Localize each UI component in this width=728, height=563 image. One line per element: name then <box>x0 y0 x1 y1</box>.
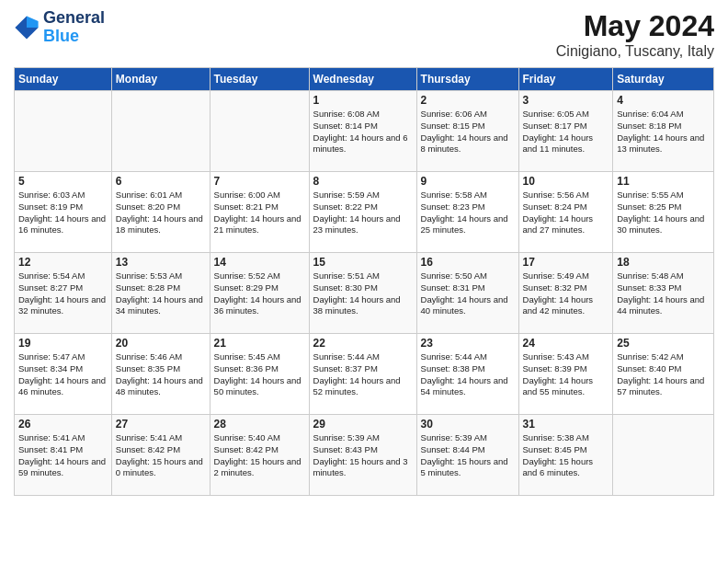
daylight: Daylight: 14 hours and 21 minutes. <box>214 213 301 236</box>
cell-content: Sunrise: 5:44 AM Sunset: 8:38 PM Dayligh… <box>421 351 515 398</box>
calendar-cell: 28 Sunrise: 5:40 AM Sunset: 8:42 PM Dayl… <box>210 415 309 496</box>
calendar-cell <box>111 91 210 172</box>
cell-content: Sunrise: 5:39 AM Sunset: 8:44 PM Dayligh… <box>421 432 515 479</box>
calendar-cell: 10 Sunrise: 5:56 AM Sunset: 8:24 PM Dayl… <box>518 172 613 253</box>
calendar-week-3: 12 Sunrise: 5:54 AM Sunset: 8:27 PM Dayl… <box>15 253 714 334</box>
sunrise: Sunrise: 5:45 AM <box>214 351 280 362</box>
cell-content: Sunrise: 5:55 AM Sunset: 8:25 PM Dayligh… <box>617 190 710 236</box>
col-saturday: Saturday <box>613 68 714 91</box>
calendar-cell: 18 Sunrise: 5:48 AM Sunset: 8:33 PM Dayl… <box>613 253 714 334</box>
daylight: Daylight: 14 hours and 13 minutes. <box>617 132 704 155</box>
sunrise: Sunrise: 5:42 AM <box>617 351 683 362</box>
cell-content: Sunrise: 6:06 AM Sunset: 8:15 PM Dayligh… <box>421 109 515 155</box>
cell-content: Sunrise: 5:50 AM Sunset: 8:31 PM Dayligh… <box>421 270 515 317</box>
svg-marker-1 <box>27 16 39 28</box>
day-number: 3 <box>523 94 609 107</box>
day-number: 22 <box>313 337 413 350</box>
sunset: Sunset: 8:32 PM <box>523 282 587 293</box>
calendar-cell: 9 Sunrise: 5:58 AM Sunset: 8:23 PM Dayli… <box>416 172 518 253</box>
day-number: 11 <box>617 175 710 188</box>
sunrise: Sunrise: 6:08 AM <box>313 109 380 119</box>
sunrise: Sunrise: 5:53 AM <box>116 270 182 281</box>
calendar-cell: 8 Sunrise: 5:59 AM Sunset: 8:22 PM Dayli… <box>309 172 416 253</box>
daylight: Daylight: 15 hours and 0 minutes. <box>116 456 203 478</box>
sunset: Sunset: 8:17 PM <box>523 121 587 131</box>
calendar-cell: 13 Sunrise: 5:53 AM Sunset: 8:28 PM Dayl… <box>111 253 210 334</box>
daylight: Daylight: 14 hours and 38 minutes. <box>313 294 401 316</box>
calendar-cell: 5 Sunrise: 6:03 AM Sunset: 8:19 PM Dayli… <box>15 172 112 253</box>
cell-content: Sunrise: 5:40 AM Sunset: 8:42 PM Dayligh… <box>214 432 305 479</box>
day-number: 5 <box>18 175 108 188</box>
col-sunday: Sunday <box>15 68 112 91</box>
calendar-week-5: 26 Sunrise: 5:41 AM Sunset: 8:41 PM Dayl… <box>15 415 714 496</box>
day-number: 9 <box>421 175 515 188</box>
daylight: Daylight: 14 hours and 50 minutes. <box>214 375 301 397</box>
sunrise: Sunrise: 5:47 AM <box>18 351 85 362</box>
sunset: Sunset: 8:42 PM <box>116 444 180 454</box>
sunset: Sunset: 8:37 PM <box>313 363 378 373</box>
sunrise: Sunrise: 5:52 AM <box>214 270 280 281</box>
sunrise: Sunrise: 6:03 AM <box>18 190 85 200</box>
calendar-cell: 29 Sunrise: 5:39 AM Sunset: 8:43 PM Dayl… <box>309 415 416 496</box>
sunrise: Sunrise: 5:44 AM <box>313 351 380 362</box>
daylight: Daylight: 15 hours and 5 minutes. <box>421 456 508 478</box>
day-number: 2 <box>421 94 515 107</box>
calendar-cell: 4 Sunrise: 6:04 AM Sunset: 8:18 PM Dayli… <box>613 91 714 172</box>
col-thursday: Thursday <box>416 68 518 91</box>
sunrise: Sunrise: 5:43 AM <box>523 351 589 362</box>
calendar-cell: 19 Sunrise: 5:47 AM Sunset: 8:34 PM Dayl… <box>15 334 112 415</box>
sunset: Sunset: 8:22 PM <box>313 201 378 212</box>
day-number: 4 <box>617 94 710 107</box>
daylight: Daylight: 15 hours and 6 minutes. <box>523 456 594 478</box>
sunset: Sunset: 8:21 PM <box>214 201 279 212</box>
calendar-container: General Blue May 2024 Cinigiano, Tuscany… <box>0 0 728 505</box>
cell-content: Sunrise: 5:42 AM Sunset: 8:40 PM Dayligh… <box>617 351 710 398</box>
sunrise: Sunrise: 6:01 AM <box>116 190 182 200</box>
cell-content: Sunrise: 5:46 AM Sunset: 8:35 PM Dayligh… <box>116 351 206 398</box>
calendar-cell: 12 Sunrise: 5:54 AM Sunset: 8:27 PM Dayl… <box>15 253 112 334</box>
daylight: Daylight: 14 hours and 52 minutes. <box>313 375 401 397</box>
daylight: Daylight: 14 hours and 34 minutes. <box>116 294 203 316</box>
sunset: Sunset: 8:28 PM <box>116 282 180 293</box>
day-number: 26 <box>18 418 108 431</box>
cell-content: Sunrise: 5:51 AM Sunset: 8:30 PM Dayligh… <box>313 270 413 317</box>
sunrise: Sunrise: 5:49 AM <box>523 270 589 281</box>
col-wednesday: Wednesday <box>309 68 416 91</box>
sunset: Sunset: 8:24 PM <box>523 201 587 212</box>
cell-content: Sunrise: 5:39 AM Sunset: 8:43 PM Dayligh… <box>313 432 413 479</box>
col-monday: Monday <box>111 68 210 91</box>
daylight: Daylight: 14 hours and 30 minutes. <box>617 213 704 236</box>
daylight: Daylight: 14 hours and 11 minutes. <box>523 132 594 155</box>
calendar-cell: 2 Sunrise: 6:06 AM Sunset: 8:15 PM Dayli… <box>416 91 518 172</box>
day-number: 18 <box>617 256 710 269</box>
calendar-week-4: 19 Sunrise: 5:47 AM Sunset: 8:34 PM Dayl… <box>15 334 714 415</box>
daylight: Daylight: 14 hours and 46 minutes. <box>18 375 106 397</box>
day-number: 8 <box>313 175 413 188</box>
sunrise: Sunrise: 5:41 AM <box>18 432 85 442</box>
daylight: Daylight: 14 hours and 27 minutes. <box>523 213 594 236</box>
cell-content: Sunrise: 6:08 AM Sunset: 8:14 PM Dayligh… <box>313 109 413 155</box>
daylight: Daylight: 15 hours and 2 minutes. <box>214 456 301 478</box>
cell-content: Sunrise: 5:53 AM Sunset: 8:28 PM Dayligh… <box>116 270 206 317</box>
sunrise: Sunrise: 6:00 AM <box>214 190 280 200</box>
day-number: 24 <box>523 337 609 350</box>
sunrise: Sunrise: 5:44 AM <box>421 351 487 362</box>
sunrise: Sunrise: 5:56 AM <box>523 190 589 200</box>
calendar-cell: 31 Sunrise: 5:38 AM Sunset: 8:45 PM Dayl… <box>518 415 613 496</box>
sunset: Sunset: 8:33 PM <box>617 282 681 293</box>
sunset: Sunset: 8:39 PM <box>523 363 587 373</box>
location-title: Cinigiano, Tuscany, Italy <box>556 43 714 60</box>
calendar-cell <box>210 91 309 172</box>
calendar-cell: 27 Sunrise: 5:41 AM Sunset: 8:42 PM Dayl… <box>111 415 210 496</box>
sunset: Sunset: 8:15 PM <box>421 121 485 131</box>
sunset: Sunset: 8:29 PM <box>214 282 279 293</box>
month-title: May 2024 <box>556 9 714 43</box>
calendar-cell: 3 Sunrise: 6:05 AM Sunset: 8:17 PM Dayli… <box>518 91 613 172</box>
sunset: Sunset: 8:45 PM <box>523 444 587 454</box>
sunrise: Sunrise: 5:38 AM <box>523 432 589 442</box>
day-number: 31 <box>523 418 609 431</box>
day-number: 21 <box>214 337 305 350</box>
calendar-cell: 6 Sunrise: 6:01 AM Sunset: 8:20 PM Dayli… <box>111 172 210 253</box>
sunset: Sunset: 8:40 PM <box>617 363 681 373</box>
day-number: 17 <box>523 256 609 269</box>
